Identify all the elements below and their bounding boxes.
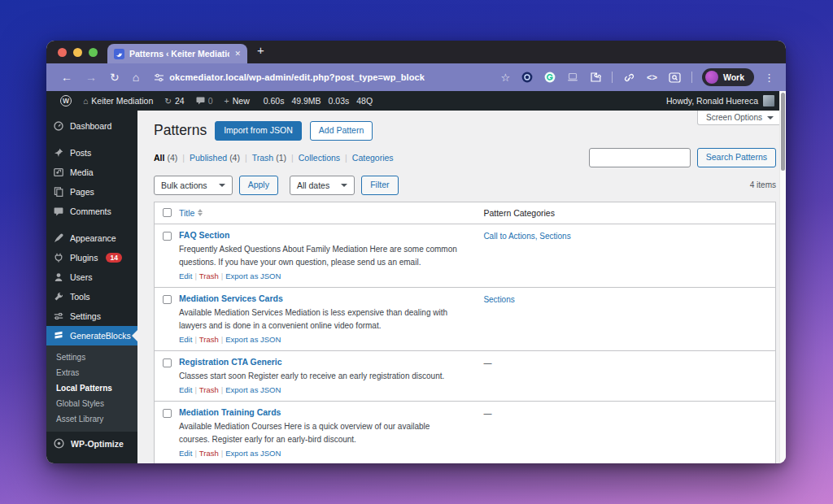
view-published-link[interactable]: Published [190, 153, 227, 163]
browser-tab[interactable]: Patterns ‹ Keiter Mediation — ✕ [107, 44, 247, 63]
zoom-window-button[interactable] [89, 48, 98, 57]
trash-link[interactable]: Trash [199, 335, 219, 344]
add-pattern-button[interactable]: Add Pattern [310, 121, 373, 141]
import-from-json-button[interactable]: Import from JSON [215, 121, 302, 141]
list-views: All(4) | Published(4) | Trash(1) | Colle… [154, 153, 394, 163]
pattern-title-link[interactable]: FAQ Section [179, 230, 229, 240]
sidebar-item-appearance[interactable]: Appearance [46, 228, 137, 248]
qm-query-time: 0.03s [329, 96, 350, 106]
submenu-item-local-patterns[interactable]: Local Patterns [46, 380, 137, 396]
apply-button[interactable]: Apply [239, 176, 278, 195]
submenu-item-extras[interactable]: Extras [46, 365, 137, 380]
updates-menu[interactable]: ↻ 24 [159, 96, 190, 106]
sidebar-item-comments[interactable]: Comments [46, 202, 137, 221]
table-header-row: Title Pattern Categories [155, 202, 775, 224]
comments-menu[interactable]: 0 [190, 96, 219, 106]
sidebar-item-dashboard[interactable]: Dashboard [46, 116, 137, 136]
export-as-json-link[interactable]: Export as JSON [225, 272, 281, 280]
table-row: Registration CTA Generic Classes start s… [155, 350, 775, 401]
trash-link[interactable]: Trash [199, 385, 219, 394]
pattern-categories-links[interactable]: Call to Actions, Sections [483, 232, 570, 241]
developer-tools-icon[interactable]: <> [643, 73, 661, 82]
submenu-item-asset-library[interactable]: Asset Library [46, 411, 137, 427]
row-checkbox[interactable] [163, 358, 172, 367]
back-icon[interactable]: ← [55, 72, 79, 83]
howdy-account-menu[interactable]: Howdy, Ronald Huereca [666, 96, 758, 106]
tab-close-icon[interactable]: ✕ [234, 50, 241, 58]
row-checkbox[interactable] [163, 409, 172, 418]
sidebar-item-posts[interactable]: Posts [46, 143, 137, 163]
search-input[interactable] [589, 148, 691, 167]
chevron-down-icon [219, 184, 225, 187]
grammarly-extension-icon[interactable] [540, 72, 560, 83]
sidebar-item-plugins[interactable]: Plugins 14 [46, 248, 137, 267]
close-window-button[interactable] [58, 48, 67, 57]
device-extension-icon[interactable] [563, 72, 582, 82]
view-collections-link[interactable]: Collections [299, 153, 340, 163]
tab-search-icon[interactable] [665, 72, 685, 83]
home-icon[interactable]: ⌂ [126, 72, 146, 83]
browser-toolbar: ← → ↻ ⌂ okcmediator.local/wp-admin/edit.… [46, 63, 786, 91]
export-as-json-link[interactable]: Export as JSON [225, 335, 281, 344]
sidebar-item-users[interactable]: Users [46, 267, 137, 287]
screen-options-tab[interactable]: Screen Options [697, 111, 783, 125]
select-all-checkbox[interactable] [163, 208, 172, 217]
wp-logo-menu[interactable]: W [55, 95, 77, 106]
browser-menu-icon[interactable]: ⋮ [757, 72, 778, 84]
password-manager-extension-icon[interactable] [517, 72, 537, 83]
wrench-icon [54, 292, 63, 302]
view-all-link[interactable]: All [154, 153, 164, 163]
user-avatar[interactable] [763, 95, 774, 106]
comments-bubble-icon [196, 97, 205, 105]
filter-button[interactable]: Filter [361, 176, 398, 195]
edit-link[interactable]: Edit [179, 385, 192, 394]
address-bar[interactable]: okcmediator.local/wp-admin/edit.php?post… [169, 72, 425, 82]
site-settings-icon[interactable] [154, 72, 164, 83]
sidebar-item-wp-optimize[interactable]: WP-Optimize [46, 432, 137, 454]
date-filter-select[interactable]: All dates [290, 176, 355, 195]
sliders-icon [54, 311, 63, 321]
browser-profile-button[interactable]: Work [702, 68, 754, 86]
query-monitor-stats[interactable]: 0.60s 49.9MB 0.03s 48Q [255, 96, 373, 106]
new-content-menu[interactable]: + New [219, 96, 255, 106]
edit-link[interactable]: Edit [179, 272, 192, 280]
row-checkbox[interactable] [163, 295, 172, 304]
sidebar-item-tools[interactable]: Tools [46, 287, 137, 306]
forward-icon[interactable]: → [79, 72, 103, 83]
pattern-categories-links[interactable]: Sections [483, 295, 514, 304]
pattern-title-link[interactable]: Registration CTA Generic [179, 357, 282, 367]
edit-link[interactable]: Edit [179, 449, 192, 458]
chevron-down-icon [767, 116, 774, 119]
sidebar-item-settings[interactable]: Settings [46, 306, 137, 326]
bulk-actions-select[interactable]: Bulk actions [154, 176, 233, 195]
reload-icon[interactable]: ↻ [103, 72, 126, 83]
pattern-title-link[interactable]: Mediation Training Cards [179, 407, 281, 417]
wp-admin-sidebar: Dashboard Posts Media Pages Comment [46, 111, 137, 463]
site-name-menu[interactable]: ⌂ Keiter Mediation [77, 96, 159, 106]
export-as-json-link[interactable]: Export as JSON [225, 449, 281, 458]
table-row: Mediation Training Cards Available Media… [155, 401, 775, 463]
page-scrollbar[interactable] [779, 91, 786, 463]
trash-link[interactable]: Trash [199, 272, 219, 280]
minimize-window-button[interactable] [73, 48, 82, 57]
sidebar-item-media[interactable]: Media [46, 163, 137, 182]
search-patterns-button[interactable]: Search Patterns [697, 148, 776, 167]
bookmark-star-icon[interactable]: ☆ [496, 72, 514, 83]
scrollbar-thumb[interactable] [781, 93, 785, 171]
view-trash-link[interactable]: Trash [252, 153, 273, 163]
pattern-title-link[interactable]: Mediation Services Cards [179, 293, 283, 303]
sidebar-item-pages[interactable]: Pages [46, 182, 137, 202]
submenu-item-global-styles[interactable]: Global Styles [46, 396, 137, 411]
submenu-item-settings[interactable]: Settings [46, 350, 137, 365]
window-controls [46, 41, 107, 63]
extensions-puzzle-icon[interactable] [586, 72, 605, 83]
view-categories-link[interactable]: Categories [352, 153, 394, 163]
sort-by-title-link[interactable]: Title [179, 208, 473, 218]
sidebar-item-generateblocks[interactable]: GenerateBlocks [46, 326, 137, 345]
trash-link[interactable]: Trash [199, 449, 219, 458]
copy-link-icon[interactable] [619, 72, 639, 83]
row-checkbox[interactable] [163, 232, 172, 241]
export-as-json-link[interactable]: Export as JSON [225, 385, 281, 394]
edit-link[interactable]: Edit [179, 335, 192, 344]
new-tab-button[interactable]: + [247, 41, 274, 63]
